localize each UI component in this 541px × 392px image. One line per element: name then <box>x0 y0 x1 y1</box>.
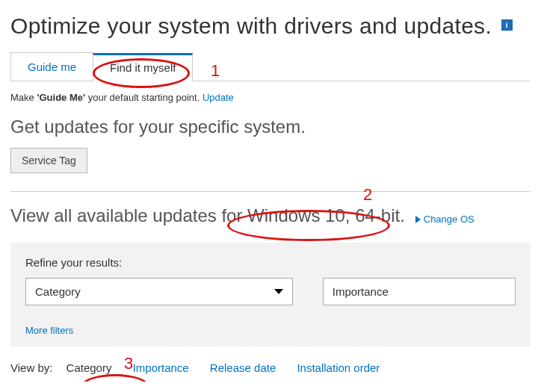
triangle-right-icon <box>415 216 421 223</box>
view-by-importance[interactable]: Importance <box>133 361 189 374</box>
default-suffix: your default starting point. <box>85 92 203 103</box>
default-prefix: Make <box>10 92 37 103</box>
tab-bar: Guide me Find it myself <box>10 52 531 81</box>
selects-row: Category Importance <box>25 278 516 305</box>
tab-find-it-myself[interactable]: Find it myself <box>93 53 193 81</box>
page-title: Optimize your system with drivers and up… <box>10 13 531 39</box>
refine-panel: Refine your results: Category Importance… <box>10 243 531 346</box>
category-select-label: Category <box>35 285 81 298</box>
view-by-installation-order[interactable]: Installation order <box>297 361 380 374</box>
view-all-prefix: View all available updates for <box>10 205 247 225</box>
chevron-down-icon <box>274 289 283 294</box>
divider <box>10 191 531 192</box>
view-by-label: View by: <box>10 361 52 374</box>
default-bold: 'Guide Me' <box>37 92 85 103</box>
view-by-category[interactable]: Category <box>67 361 112 374</box>
view-by-release-date[interactable]: Release date <box>210 361 276 374</box>
os-text: Windows 10, 64-bit. <box>247 205 405 225</box>
annotation-circle-3 <box>82 374 148 382</box>
update-link[interactable]: Update <box>203 92 234 103</box>
service-tag-button[interactable]: Service Tag <box>10 148 87 173</box>
view-all-line: View all available updates for Windows 1… <box>10 205 531 226</box>
refine-label: Refine your results: <box>25 256 516 269</box>
importance-select[interactable]: Importance <box>323 278 516 305</box>
get-updates-heading: Get updates for your specific system. <box>10 116 531 137</box>
change-os-link[interactable]: Change OS <box>415 214 474 225</box>
more-filters-link[interactable]: More filters <box>25 325 73 336</box>
default-starting-point-row: Make 'Guide Me' your default starting po… <box>10 92 531 103</box>
importance-select-label: Importance <box>333 285 389 298</box>
annotation-number-2: 2 <box>363 185 372 205</box>
category-select[interactable]: Category <box>25 278 293 305</box>
info-icon[interactable]: i <box>501 19 513 31</box>
tab-guide-me[interactable]: Guide me <box>10 52 93 81</box>
view-by-row: View by: Category Importance Release dat… <box>10 361 531 374</box>
page-title-text: Optimize your system with drivers and up… <box>10 13 492 38</box>
change-os-label: Change OS <box>424 214 474 225</box>
